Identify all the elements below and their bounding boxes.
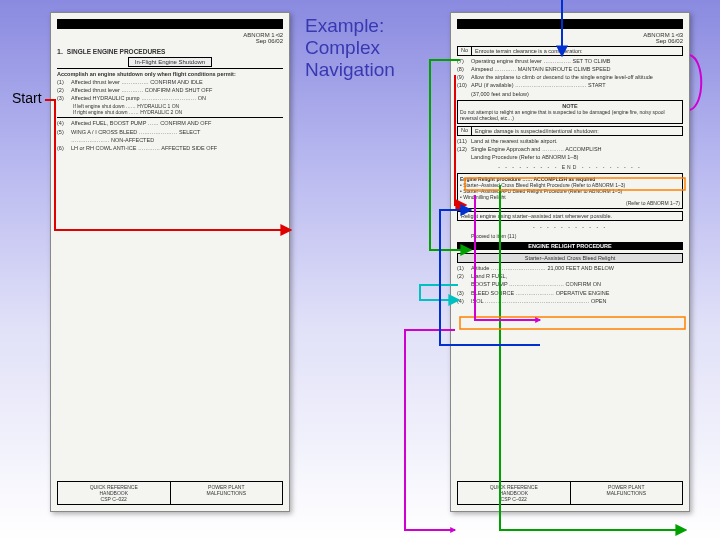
checklist-item: Single Engine Approach and ………… ACCOMPLI… bbox=[471, 146, 683, 153]
checklist-item: LH or RH COWL ANTI-ICE ………… AFFECTED SID… bbox=[71, 145, 283, 152]
header-black-bar bbox=[57, 19, 283, 29]
checklist-page-right: ABNORM 1⊲3 Sep 06/02 No Enroute terrain … bbox=[450, 12, 690, 512]
checklist-item: Land at the nearest suitable airport. bbox=[471, 138, 683, 145]
checklist-item: Allow the airplane to climb or descend t… bbox=[471, 74, 683, 81]
title-line-2: Complex bbox=[305, 37, 395, 59]
page-date: Sep 06/02 bbox=[256, 38, 283, 44]
checklist-subitem: If right engine shut down …… HYDRAULIC 2… bbox=[57, 109, 283, 115]
checklist-item: Altitude ………………………… 21,000 FEET AND BELO… bbox=[471, 265, 683, 272]
checklist-item: (37,000 feet and below) bbox=[471, 91, 683, 98]
checklist-item: WING A / I CROSS BLEED ………………… SELECT bbox=[71, 129, 283, 136]
question-box: Relight engine using starter–assisted st… bbox=[457, 211, 683, 221]
checklist-item: Affected FUEL, BOOST PUMP …… CONFIRM AND… bbox=[71, 120, 283, 127]
checklist-item: APU (if available) ………………………………… START bbox=[471, 82, 683, 89]
checklist-item: Landing Procedure (Refer to ABNORM 1–8) bbox=[471, 154, 683, 161]
checklist-item: ISOL ………………………………………………… OPEN bbox=[471, 298, 683, 305]
arrow-magenta-bracket bbox=[690, 55, 701, 110]
page-footer: QUICK REFERENCE HANDBOOK CSP C–022 POWER… bbox=[57, 481, 283, 505]
checklist-item: Affected thrust lever …………… CONFIRM AND … bbox=[71, 79, 283, 86]
checklist-item: Affected thrust lever ………… CONFIRM AND S… bbox=[71, 87, 283, 94]
checklist-item: L and R FUEL, bbox=[471, 273, 683, 280]
question-box: No Engine damage is suspected/intentiona… bbox=[457, 126, 683, 136]
sub-section-title: In-Flight Engine Shutdown bbox=[128, 57, 212, 67]
checklist-item: BLEED SOURCE ………………… OPERATIVE ENGINE bbox=[471, 290, 683, 297]
sub-title-box: Starter–Assisted Cross Bleed Relight bbox=[457, 253, 683, 263]
header-black-bar bbox=[457, 19, 683, 29]
title-line-1: Example: bbox=[305, 15, 395, 37]
checklist-item: BOOST PUMP ………………………… CONFIRM ON bbox=[471, 281, 683, 288]
end-marker: - - - - - - - - - END - - - - - - - - - bbox=[457, 164, 683, 170]
start-label: Start bbox=[12, 90, 42, 106]
instruction-text: Accomplish an engine shutdown only when … bbox=[57, 71, 283, 77]
section-header: 1. SINGLE ENGINE PROCEDURES bbox=[57, 48, 283, 55]
checklist-item: Affected HYDRAULIC pump ………………………… ON bbox=[71, 95, 283, 102]
relight-box: Engine Relight procedure …… ACCOMPLISH a… bbox=[457, 173, 683, 209]
section-title: SINGLE ENGINE PROCEDURES bbox=[67, 48, 166, 55]
checklist-item: ………………… NON-AFFECTED bbox=[71, 137, 283, 144]
page-footer: QUICK REFERENCE HANDBOOK CSP C–022 POWER… bbox=[457, 481, 683, 505]
arrow-magenta-bot bbox=[405, 330, 455, 530]
question-box: No Enroute terrain clearance is a consid… bbox=[457, 46, 683, 56]
section-number: 1. bbox=[57, 48, 63, 55]
checklist-item: Operating engine thrust lever …………… SET … bbox=[471, 58, 683, 65]
checklist-item: Airspeed ………… MAINTAIN ENROUTE CLIMB SPE… bbox=[471, 66, 683, 73]
slide-title: Example: Complex Navigation bbox=[305, 15, 395, 81]
section-black-bar: ENGINE RELIGHT PROCEDURE bbox=[457, 242, 683, 250]
note-box: NOTE Do not attempt to relight an engine… bbox=[457, 100, 683, 124]
proceed-text: Proceed to item (11) bbox=[457, 233, 683, 239]
page-date: Sep 06/02 bbox=[656, 38, 683, 44]
checklist-page-left: ABNORM 1⊲2 Sep 06/02 1. SINGLE ENGINE PR… bbox=[50, 12, 290, 512]
title-line-3: Navigation bbox=[305, 59, 395, 81]
